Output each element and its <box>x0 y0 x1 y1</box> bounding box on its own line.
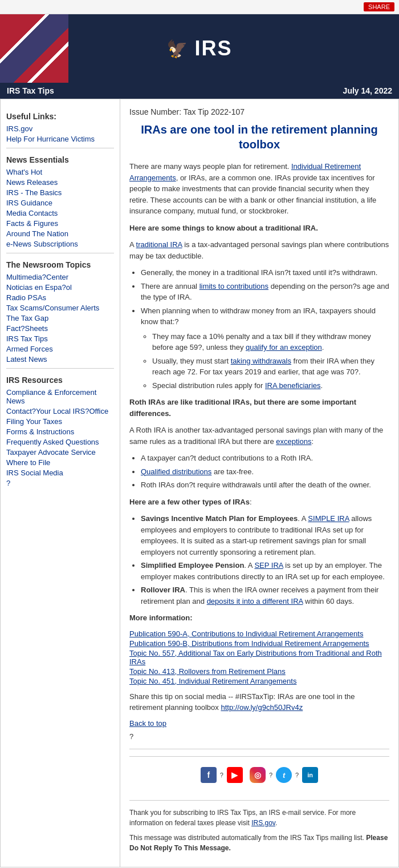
other-heading: Here are a few other types of IRAs: <box>129 496 389 508</box>
traditional-ira-link[interactable]: traditional IRA <box>136 240 182 249</box>
traditional-bullets-list: Generally, the money in a traditional IR… <box>141 267 389 391</box>
sep-ira-link[interactable]: SEP IRA <box>254 561 283 570</box>
limits-link[interactable]: limits to contributions <box>199 282 268 290</box>
social-icons-row: f ? ▶ ◎ ? t ? in <box>135 767 384 783</box>
sidebar-item-facts-figures[interactable]: Facts & Figures <box>6 219 114 228</box>
sidebar-item-taxpayer-advocate[interactable]: Taxpayer Advocate Service <box>6 448 114 457</box>
sidebar-item-faq[interactable]: Frequently Asked Questions <box>6 438 114 446</box>
pub590a-link[interactable]: Publication 590-A, Contributions to Indi… <box>129 629 389 638</box>
pub590b-link[interactable]: Publication 590-B, Distributions from In… <box>129 639 389 648</box>
social-q1: ? <box>220 772 223 778</box>
sep-ira-item: Simplified Employee Pension. A SEP IRA i… <box>141 560 389 582</box>
sidebar-item-latest-news[interactable]: Latest News <box>6 355 114 364</box>
title-bar: IRS Tax Tips July 14, 2022 <box>0 83 399 99</box>
instagram-icon[interactable]: ◎ <box>250 767 266 783</box>
linkedin-icon[interactable]: in <box>302 767 318 783</box>
roth-bullet-2: Qualified distributions are tax-free. <box>141 466 389 478</box>
share-bar: SHARE <box>0 0 399 14</box>
sidebar-item-news-releases[interactable]: News Releases <box>6 178 114 187</box>
share-text: Share this tip on social media -- #IRSTa… <box>129 691 389 713</box>
useful-links-title: Useful Links: <box>6 112 114 121</box>
content-area: Issue Number: Tax Tip 2022-107 IRAs are … <box>120 99 398 867</box>
exceptions-link[interactable]: exceptions <box>276 437 311 446</box>
withdrawals-link[interactable]: taking withdrawals <box>231 357 291 365</box>
roth-bullet-3: Roth IRAs don?t require withdrawals unti… <box>141 479 389 491</box>
roth-heading: Roth IRAs are like traditional IRAs, but… <box>129 397 389 419</box>
simple-ira-link[interactable]: SIMPLE IRA <box>308 514 349 523</box>
social-q4: ? <box>295 772 299 778</box>
sidebar-link-hurricane[interactable]: Help For Hurricane Victims <box>6 135 114 143</box>
sidebar-item-irs-guidance[interactable]: IRS Guidance <box>6 199 114 207</box>
sidebar-item-armed-forces[interactable]: Armed Forces <box>6 345 114 353</box>
exception-link[interactable]: qualify for an exception <box>246 343 322 352</box>
more-info-links: Publication 590-A, Contributions to Indi… <box>129 629 389 685</box>
sidebar-item-tax-gap[interactable]: The Tax Gap <box>6 314 114 322</box>
rollover-ira-item: Rollover IRA. This is when the IRA owner… <box>141 584 389 607</box>
sidebar-item-forms[interactable]: Forms & Instructions <box>6 427 114 436</box>
traditional-paragraph: A traditional IRA is a tax-advantaged pe… <box>129 239 389 261</box>
facebook-icon[interactable]: f <box>201 767 217 783</box>
eagle-icon: 🦅 <box>166 39 189 59</box>
sidebar-item-radio[interactable]: Radio PSAs <box>6 293 114 302</box>
intro-paragraph: There are many ways people plan for reti… <box>129 161 389 217</box>
traditional-bullet-3: When planning when to withdraw money fro… <box>141 305 389 391</box>
topic413-link[interactable]: Topic No. 413, Rollovers from Retirement… <box>129 667 389 676</box>
article-title: IRAs are one tool in the retirement plan… <box>129 122 389 152</box>
roth-paragraph: A Roth IRA is another tax-advantaged per… <box>129 425 389 447</box>
question-mark-1: ? <box>129 731 389 742</box>
sidebar-item-whats-hot[interactable]: What's Hot <box>6 168 114 176</box>
main-layout: Useful Links: IRS.gov Help For Hurricane… <box>0 99 399 867</box>
sidebar-item-tax-scams[interactable]: Tax Scams/Consumer Alerts <box>6 304 114 312</box>
share-link[interactable]: http://ow.ly/g9ch50JRv4z <box>221 703 303 712</box>
traditional-sub-3: Special distribution rules apply for IRA… <box>152 380 389 391</box>
traditional-heading: Here are some things to know about a tra… <box>129 223 389 234</box>
sidebar-item-compliance[interactable]: Compliance & Enforcement News <box>6 388 114 405</box>
news-essentials-title: News Essentials <box>6 155 114 164</box>
qualified-dist-link[interactable]: Qualified distributions <box>141 467 211 476</box>
sidebar-item-media-contacts[interactable]: Media Contacts <box>6 209 114 217</box>
irs-logo-text: IRS <box>194 37 232 60</box>
irsgov-footer-link[interactable]: IRS.gov <box>251 819 275 827</box>
topic451-link[interactable]: Topic No. 451, Individual Retirement Arr… <box>129 677 389 685</box>
sidebar-item-around-nation[interactable]: Around The Nation <box>6 229 114 238</box>
content-separator <box>129 749 389 749</box>
footer-separator <box>129 800 389 801</box>
sidebar-item-where-to-file[interactable]: Where to File <box>6 458 114 467</box>
newsletter-title: IRS Tax Tips <box>7 86 54 95</box>
deposits-link[interactable]: deposits it into a different IRA <box>207 597 303 605</box>
footer-note-2: This message was distributed automatical… <box>129 833 389 853</box>
sidebar-item-question[interactable]: ? <box>6 479 114 487</box>
sidebar-item-fact-sheets[interactable]: Fact?Sheets <box>6 324 114 333</box>
other-types-list: Savings Incentive Match Plan for Employe… <box>141 513 389 607</box>
traditional-sub-1: They may face a 10% penalty and a tax bi… <box>152 331 389 353</box>
beneficiaries-link[interactable]: IRA beneficiaries <box>265 381 321 390</box>
footer-note-1: Thank you for subscribing to IRS Tax Tip… <box>129 808 389 828</box>
traditional-sub-list: They may face a 10% penalty and a tax bi… <box>152 331 389 391</box>
twitter-icon[interactable]: t <box>276 767 292 783</box>
youtube-icon[interactable]: ▶ <box>227 767 243 783</box>
traditional-bullet-1: Generally, the money in a traditional IR… <box>141 267 389 278</box>
flag-graphic <box>0 14 68 83</box>
sidebar-item-multimedia[interactable]: Multimedia?Center <box>6 273 114 281</box>
sidebar-link-irsgov[interactable]: IRS.gov <box>6 124 114 133</box>
traditional-sub-2: Usually, they must start taking withdraw… <box>152 356 389 378</box>
share-button[interactable]: SHARE <box>364 2 394 11</box>
simple-ira-item: Savings Incentive Match Plan for Employe… <box>141 513 389 558</box>
social-q3: ? <box>269 772 272 778</box>
sidebar-item-enews[interactable]: e-News Subscriptions <box>6 240 114 248</box>
sidebar-item-irs-tips[interactable]: IRS Tax Tips <box>6 334 114 343</box>
sidebar-item-filing-taxes[interactable]: Filing Your Taxes <box>6 417 114 426</box>
sidebar-item-contact-local[interactable]: Contact?Your Local IRS?Office <box>6 407 114 415</box>
sidebar-item-noticias[interactable]: Noticias en Espa?ol <box>6 283 114 292</box>
irs-logo: 🦅 IRS <box>166 37 232 60</box>
sidebar-item-irs-basics[interactable]: IRS - The Basics <box>6 188 114 197</box>
sidebar-item-social-media[interactable]: IRS Social Media <box>6 469 114 477</box>
back-to-top-link[interactable]: Back to top <box>129 719 166 728</box>
sidebar-divider-2 <box>6 253 114 253</box>
roth-bullet-1: A taxpayer can?t deduct contributions to… <box>141 453 389 464</box>
traditional-bullet-2: There are annual limits to contributions… <box>141 281 389 303</box>
issue-number: Issue Number: Tax Tip 2022-107 <box>129 107 389 116</box>
ira-link[interactable]: Individual Retirement Arrangements <box>129 162 361 182</box>
sidebar: Useful Links: IRS.gov Help For Hurricane… <box>1 99 120 867</box>
topic557-link[interactable]: Topic No. 557, Additional Tax on Early D… <box>129 649 389 666</box>
